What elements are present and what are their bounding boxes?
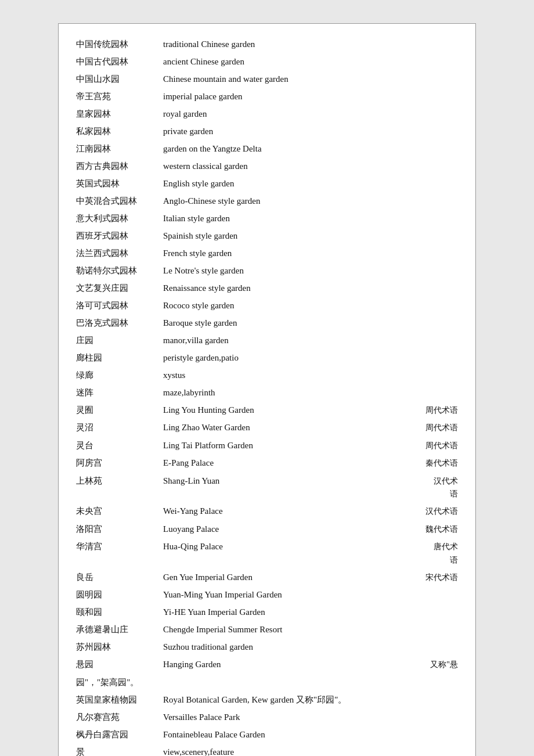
chinese-term: 迷阵 — [76, 386, 157, 399]
chinese-term: 枫丹白露宫园 — [76, 728, 157, 741]
english-term: French style garden — [157, 246, 458, 260]
table-row: 英国式园林English style garden — [76, 175, 458, 192]
chinese-term: 良岳 — [76, 570, 157, 584]
chinese-term: 悬园 — [76, 657, 157, 671]
table-row: 未央宫Wei-Yang Palace汉代术语 — [76, 502, 458, 520]
table-row: 英国皇家植物园Royal Botanical Garden, Kew garde… — [76, 691, 458, 708]
table-row: 帝王宫苑imperial palace garden — [76, 88, 458, 105]
chinese-term: 中英混合式园林 — [76, 194, 157, 208]
main-container: 中国传统园林traditional Chinese garden中国古代园林an… — [58, 23, 476, 756]
table-row: 廊柱园peristyle garden,patio — [76, 349, 458, 366]
english-term: maze,labyrinth — [157, 386, 458, 399]
chinese-term: 中国古代园林 — [76, 55, 157, 69]
table-row: 勒诺特尔式园林Le Notre's style garden — [76, 262, 458, 279]
english-term: xystus — [157, 368, 458, 382]
table-row: 上林苑Shang-Lin Yuan汉代术 语 — [76, 472, 458, 503]
english-term: Rococo style garden — [157, 298, 458, 312]
note: 汉代术语 — [406, 505, 458, 518]
english-term: Gen Yue Imperial Garden — [157, 570, 406, 584]
chinese-term: 未央宫 — [76, 504, 157, 518]
note: 周代术语 — [406, 440, 458, 452]
english-term: garden on the Yangtze Delta — [157, 142, 458, 156]
chinese-term: 灵沼 — [76, 420, 157, 434]
chinese-term: 中国传统园林 — [76, 37, 157, 51]
english-term: Royal Botanical Garden, Kew garden 又称"邱园… — [157, 693, 458, 707]
table-row: 洛阳宫Luoyang Palace魏代术语 — [76, 520, 458, 538]
english-term: peristyle garden,patio — [157, 351, 458, 365]
chinese-term: 阿房宫 — [76, 456, 157, 470]
chinese-term: 洛阳宫 — [76, 522, 157, 536]
table-row: 阿房宫E-Pang Palace秦代术语 — [76, 454, 458, 471]
english-term: Le Notre's style garden — [157, 264, 458, 278]
glossary-table: 中国传统园林traditional Chinese garden中国古代园林an… — [76, 35, 458, 756]
chinese-term: 私家园林 — [76, 124, 157, 138]
english-term: Ling Zhao Water Garden — [157, 420, 406, 434]
chinese-term: 华清宫 — [76, 539, 157, 553]
chinese-term: 意大利式园林 — [76, 211, 157, 225]
table-row: 庄园manor,villa garden — [76, 332, 458, 349]
english-term: imperial palace garden — [157, 89, 458, 103]
note: 汉代术 语 — [406, 475, 458, 501]
chinese-term: 圆明园 — [76, 588, 157, 602]
table-row: 中国山水园Chinese mountain and water garden — [76, 70, 458, 88]
table-row: 承德避暑山庄Chengde Imperial Summer Resort — [76, 621, 458, 638]
chinese-term: 庄园 — [76, 333, 157, 347]
note: 周代术语 — [406, 404, 458, 417]
table-row: 枫丹白露宫园Fontainebleau Palace Garden — [76, 726, 458, 743]
chinese-term: 上林苑 — [76, 474, 157, 488]
english-term: Italian style garden — [157, 211, 458, 225]
table-row: 灵囿Ling You Hunting Garden周代术语 — [76, 401, 458, 419]
table-row: 文艺复兴庄园Renaissance style garden — [76, 279, 458, 297]
table-row: 江南园林garden on the Yangtze Delta — [76, 140, 458, 157]
table-row: 私家园林private garden — [76, 123, 458, 140]
chinese-term: 凡尔赛宫苑 — [76, 710, 157, 724]
english-term: royal garden — [157, 107, 458, 121]
english-term: Ling Tai Platform Garden — [157, 438, 406, 452]
note: 周代术语 — [406, 422, 458, 434]
table-row: 悬园Hanging Garden又称"悬 — [76, 656, 458, 673]
english-term: traditional Chinese garden — [157, 37, 458, 51]
english-term: E-Pang Palace — [157, 456, 406, 470]
english-term: Chinese mountain and water garden — [157, 72, 458, 86]
table-row: 良岳Gen Yue Imperial Garden宋代术语 — [76, 568, 458, 586]
table-row: 巴洛克式园林Baroque style garden — [76, 314, 458, 332]
english-term: Hua-Qing Palace — [157, 539, 406, 553]
chinese-term: 西班牙式园林 — [76, 229, 157, 243]
chinese-term: 英国皇家植物园 — [76, 693, 157, 707]
table-row: 中国古代园林ancient Chinese garden — [76, 53, 458, 70]
table-row: 灵台Ling Tai Platform Garden周代术语 — [76, 437, 458, 454]
table-row: 园"，"架高园"。 — [76, 674, 458, 691]
english-term: Renaissance style garden — [157, 281, 458, 295]
english-term: Yi-HE Yuan Imperial Garden — [157, 605, 458, 619]
english-term: Spainish style garden — [157, 229, 458, 243]
table-row: 洛可可式园林Rococo style garden — [76, 297, 458, 314]
english-term: Shang-Lin Yuan — [157, 474, 406, 488]
chinese-term: 颐和园 — [76, 605, 157, 619]
english-term: Fontainebleau Palace Garden — [157, 728, 458, 741]
table-row: 中英混合式园林Anglo-Chinese style garden — [76, 192, 458, 210]
note: 唐代术 语 — [406, 541, 458, 567]
chinese-term: 英国式园林 — [76, 177, 157, 190]
chinese-term: 灵台 — [76, 438, 157, 452]
english-term: manor,villa garden — [157, 333, 458, 347]
table-row: 意大利式园林Italian style garden — [76, 210, 458, 227]
english-term: Versailles Palace Park — [157, 710, 458, 724]
table-row: 西方古典园林western classical garden — [76, 157, 458, 175]
table-row: 皇家园林royal garden — [76, 105, 458, 123]
table-row: 绿廊xystus — [76, 366, 458, 384]
chinese-term: 承德避暑山庄 — [76, 622, 157, 636]
chinese-term: 文艺复兴庄园 — [76, 281, 157, 295]
chinese-term: 廊柱园 — [76, 351, 157, 365]
english-term: English style garden — [157, 177, 458, 190]
table-row: 圆明园Yuan-Ming Yuan Imperial Garden — [76, 586, 458, 603]
note: 魏代术语 — [406, 523, 458, 536]
table-row: 迷阵maze,labyrinth — [76, 384, 458, 401]
chinese-term: 洛可可式园林 — [76, 298, 157, 312]
table-row: 灵沼Ling Zhao Water Garden周代术语 — [76, 419, 458, 436]
english-term: ancient Chinese garden — [157, 55, 458, 69]
english-term: Chengde Imperial Summer Resort — [157, 622, 458, 636]
english-term: Wei-Yang Palace — [157, 504, 406, 518]
table-row: 华清宫Hua-Qing Palace唐代术 语 — [76, 538, 458, 568]
table-row: 颐和园Yi-HE Yuan Imperial Garden — [76, 603, 458, 621]
chinese-term: 巴洛克式园林 — [76, 316, 157, 330]
